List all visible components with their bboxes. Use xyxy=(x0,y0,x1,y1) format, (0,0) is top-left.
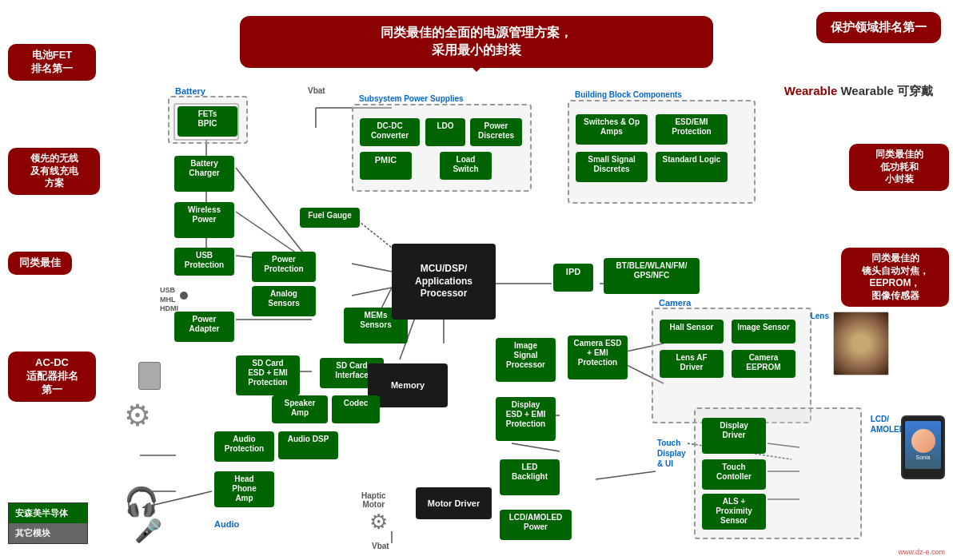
display-esd-box: DisplayESD + EMIProtection xyxy=(496,397,556,441)
touch-display-label: TouchDisplay& UI xyxy=(657,438,686,469)
watermark: www.dz-e.com xyxy=(898,548,945,556)
usb-protection-box: USBProtection xyxy=(174,248,234,276)
lens-af-bubble: 同类最佳的镜头自动对焦，EEPROM，图像传感器 xyxy=(841,248,949,307)
usb-mhl-hdmi-label: USBMHLHDMI xyxy=(160,286,178,314)
dc-dc-converter-box: DC-DC Converter xyxy=(360,118,420,146)
sd-card-icon xyxy=(138,362,161,390)
battery-charger-box: BatteryCharger xyxy=(174,156,234,192)
power-protection-box: PowerProtection xyxy=(252,252,316,282)
led-backlight-box: LEDBacklight xyxy=(500,459,560,495)
bt-ble-box: BT/BLE/WLAN/FM/GPS/NFC xyxy=(604,258,700,294)
vbat-bottom-label: Vbat xyxy=(372,542,389,550)
display-driver-box: DisplayDriver xyxy=(702,418,766,454)
audio-dsp-box: Audio DSP xyxy=(278,431,338,459)
image-sensor-box: Image Sensor xyxy=(732,320,795,344)
lens-label: Lens xyxy=(811,312,829,320)
main-container: 同类最佳的全面的电源管理方案，采用最小的封装 保护领域排名第一 Wearable… xyxy=(0,0,953,560)
svg-line-9 xyxy=(352,288,392,296)
best-in-class-bubble: 同类最佳 xyxy=(8,252,72,275)
sd-card-esd-box: SD CardESD + EMIProtection xyxy=(236,355,300,395)
lens-af-driver-box: Lens AFDriver xyxy=(660,350,724,378)
audio-protection-box: AudioProtection xyxy=(214,431,274,462)
building-block-label: Building Block Components xyxy=(573,90,684,99)
speaker-amp-box: SpeakerAmp xyxy=(272,395,328,423)
ldo-box: LDO xyxy=(425,118,465,146)
headphone-icon: 🎧 xyxy=(124,486,159,518)
power-discretes-box: Power Discretes xyxy=(470,118,522,146)
mcu-dsp-box: MCU/DSP/ApplicationsProcessor xyxy=(392,244,496,320)
battery-fet-bubble: 电池FET排名第一 xyxy=(8,44,96,81)
top-right-banner: 保护领域排名第一 xyxy=(816,12,941,43)
fets-bpic-box: FETsBPIC xyxy=(177,106,237,137)
camera-image xyxy=(833,312,889,375)
battery-label: Battery xyxy=(173,86,207,96)
head-phone-amp-box: HeadPhoneAmp xyxy=(214,471,274,507)
low-power-bubble: 同类最佳的低功耗和小封装 xyxy=(849,144,949,191)
als-proximity-box: ALS +ProximitySensor xyxy=(702,494,766,530)
wireless-wired-bubble: 领先的无线及有线充电方案 xyxy=(8,148,100,195)
ac-dc-bubble: AC-DC适配器排名第一 xyxy=(8,351,96,402)
mic-icon: 🎤 xyxy=(134,518,162,544)
wireless-power-box: WirelessPower xyxy=(174,202,234,238)
hall-sensor-box: Hall Sensor xyxy=(660,320,724,344)
ipd-box: IPD xyxy=(553,264,593,292)
lcd-amoled-power-box: LCD/AMOLEDPower xyxy=(500,510,572,540)
pmic-box: PMIC xyxy=(360,152,412,180)
standard-logic-box: Standard Logic xyxy=(656,152,728,182)
legend-box: 安森美半导体 其它模块 xyxy=(8,502,88,544)
image-signal-box: ImageSignalProcessor xyxy=(496,338,556,382)
subsystem-label: Subsystem Power Supplies xyxy=(357,94,465,103)
fuel-gauge-box: Fuel Gauge xyxy=(300,208,360,228)
usb-connector-dot xyxy=(180,292,188,300)
motor-icon: ⚙ xyxy=(369,510,388,534)
phone-display-image: Sonia xyxy=(901,415,945,479)
touch-controller-box: TouchContoller xyxy=(702,459,766,490)
svg-line-8 xyxy=(352,264,392,272)
small-signal-discretes-box: Small Signal Discretes xyxy=(576,152,648,182)
legend-item-1: 安森美半导体 xyxy=(9,503,87,523)
memory-box: Memory xyxy=(368,363,448,407)
camera-container-label: Camera xyxy=(657,298,692,308)
esd-emi-protection-box: ESD/EMI Protection xyxy=(656,114,728,145)
motor-driver-box: Motor Driver xyxy=(416,487,492,519)
lcd-amoled-right-label: LCD/AMOLED xyxy=(871,414,905,435)
switches-op-amps-box: Switches & Op Amps xyxy=(576,114,648,145)
camera-eeprom-box: CameraEEPROM xyxy=(732,350,795,378)
gear-icon: ⚙ xyxy=(124,398,151,433)
load-switch-box: Load Switch xyxy=(440,152,492,180)
codec-box: Codec xyxy=(332,395,380,423)
power-adapter-box: PowerAdapter xyxy=(174,312,234,342)
legend-item-2: 其它模块 xyxy=(9,523,87,543)
audio-label: Audio xyxy=(214,519,239,529)
camera-esd-box: Camera ESD+ EMIProtection xyxy=(568,336,628,379)
vbat-top-label: Vbat xyxy=(308,86,325,95)
top-center-banner: 同类最佳的全面的电源管理方案，采用最小的封装 xyxy=(240,16,713,68)
svg-line-20 xyxy=(596,471,656,479)
analog-sensors-box: AnalogSensors xyxy=(252,286,316,316)
haptic-motor-label: HapticMotor xyxy=(361,491,386,509)
svg-line-18 xyxy=(512,443,560,451)
wearable-label: Wearable Wearable 可穿戴 xyxy=(784,84,933,99)
